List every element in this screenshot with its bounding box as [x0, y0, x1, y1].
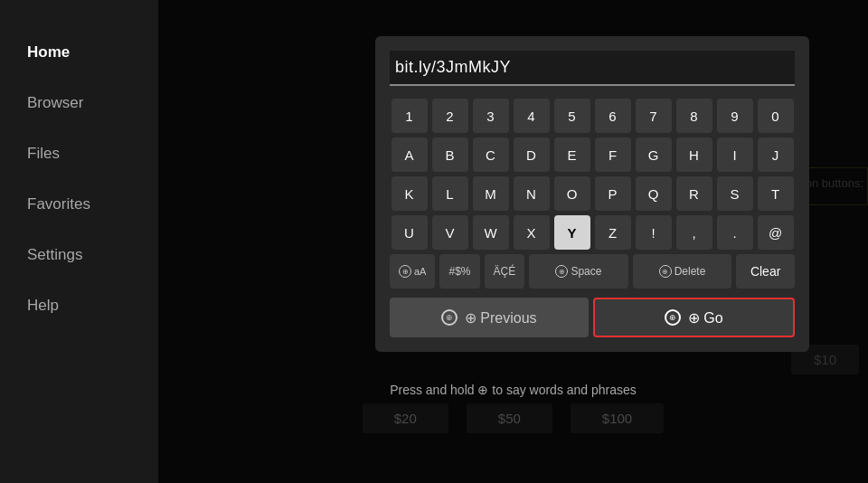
go-button[interactable]: ⊕ ⊕ Go — [593, 298, 796, 337]
key-period[interactable]: . — [717, 215, 753, 250]
key-y[interactable]: Y — [554, 215, 590, 250]
row-aj: A B C D E F G H I J — [390, 137, 795, 172]
sidebar-item-browser[interactable]: Browser — [0, 78, 158, 128]
key-w[interactable]: W — [473, 215, 509, 250]
nav-row: ⊕ ⊕ Previous ⊕ ⊕ Go — [390, 298, 795, 337]
key-space[interactable]: ⊕Space — [529, 254, 628, 289]
url-input[interactable]: bit.ly/3JmMkJY — [390, 51, 795, 86]
key-x[interactable]: X — [514, 215, 550, 250]
key-rows: 1 2 3 4 5 6 7 8 9 0 A B C D E F G H — [390, 99, 795, 250]
sidebar-item-help[interactable]: Help — [0, 280, 158, 331]
previous-button[interactable]: ⊕ ⊕ Previous — [390, 298, 589, 337]
sidebar-item-settings[interactable]: Settings — [0, 230, 158, 280]
key-s[interactable]: S — [717, 176, 753, 211]
key-clear[interactable]: Clear — [736, 254, 795, 289]
sidebar: Home Browser Files Favorites Settings He… — [0, 0, 158, 483]
key-hash[interactable]: #$% — [439, 254, 479, 289]
key-t[interactable]: T — [758, 176, 794, 211]
key-3[interactable]: 3 — [473, 99, 509, 133]
key-r[interactable]: R — [676, 176, 712, 211]
key-accents[interactable]: ÄÇÉ — [485, 254, 525, 289]
row-kt: K L M N O P Q R S T — [390, 176, 795, 211]
key-2[interactable]: 2 — [432, 99, 468, 133]
sidebar-item-home[interactable]: Home — [0, 27, 158, 78]
key-a[interactable]: A — [392, 137, 428, 172]
key-0[interactable]: 0 — [758, 99, 794, 133]
key-at[interactable]: @ — [758, 215, 794, 250]
previous-label: ⊕ Previous — [465, 309, 537, 327]
key-f[interactable]: F — [595, 137, 631, 172]
hint-label: Press and hold ⊕ to say words and phrase… — [390, 383, 637, 397]
key-8[interactable]: 8 — [676, 99, 712, 133]
key-u[interactable]: U — [392, 215, 428, 250]
key-h[interactable]: H — [676, 137, 712, 172]
key-4[interactable]: 4 — [514, 99, 550, 133]
key-o[interactable]: O — [554, 176, 590, 211]
keyboard-modal: bit.ly/3JmMkJY 1 2 3 4 5 6 7 8 9 0 A B C — [375, 36, 809, 352]
key-n[interactable]: N — [514, 176, 550, 211]
sidebar-label-help: Help — [27, 297, 59, 314]
special-row: ⊕aA #$% ÄÇÉ ⊕Space ⊕Delete Clear — [390, 254, 795, 289]
url-value: bit.ly/3JmMkJY — [395, 58, 511, 76]
sidebar-item-favorites[interactable]: Favorites — [0, 179, 158, 230]
sidebar-label-favorites: Favorites — [27, 195, 90, 213]
key-l[interactable]: L — [432, 176, 468, 211]
go-label: ⊕ Go — [688, 309, 723, 327]
key-i[interactable]: I — [717, 137, 753, 172]
key-z[interactable]: Z — [595, 215, 631, 250]
key-p[interactable]: P — [595, 176, 631, 211]
key-exclaim[interactable]: ! — [636, 215, 672, 250]
key-9[interactable]: 9 — [717, 99, 753, 133]
key-k[interactable]: K — [392, 176, 428, 211]
sidebar-label-browser: Browser — [27, 94, 83, 111]
key-g[interactable]: G — [636, 137, 672, 172]
key-j[interactable]: J — [758, 137, 794, 172]
clear-label: Clear — [750, 264, 780, 279]
hint-text: Press and hold ⊕ to say words and phrase… — [158, 383, 868, 397]
key-comma[interactable]: , — [676, 215, 712, 250]
key-q[interactable]: Q — [636, 176, 672, 211]
numbers-row: 1 2 3 4 5 6 7 8 9 0 — [390, 99, 795, 133]
key-6[interactable]: 6 — [595, 99, 631, 133]
key-7[interactable]: 7 — [636, 99, 672, 133]
key-b[interactable]: B — [432, 137, 468, 172]
key-delete[interactable]: ⊕Delete — [633, 254, 732, 289]
key-c[interactable]: C — [473, 137, 509, 172]
go-icon: ⊕ — [665, 309, 681, 326]
key-m[interactable]: M — [473, 176, 509, 211]
sidebar-label-files: Files — [27, 145, 60, 162]
sidebar-item-files[interactable]: Files — [0, 128, 158, 179]
row-u-at: U V W X Y Z ! , . @ — [390, 215, 795, 250]
key-5[interactable]: 5 — [554, 99, 590, 133]
sidebar-label-home: Home — [27, 43, 70, 61]
previous-icon: ⊕ — [441, 309, 458, 326]
key-v[interactable]: V — [432, 215, 468, 250]
key-d[interactable]: D — [514, 137, 550, 172]
key-symbols[interactable]: ⊕aA — [390, 254, 435, 289]
main-content: ase donation buttons: $10 $20 $50 $100 b… — [158, 0, 868, 483]
key-e[interactable]: E — [554, 137, 590, 172]
sidebar-label-settings: Settings — [27, 246, 82, 263]
key-1[interactable]: 1 — [392, 99, 428, 133]
